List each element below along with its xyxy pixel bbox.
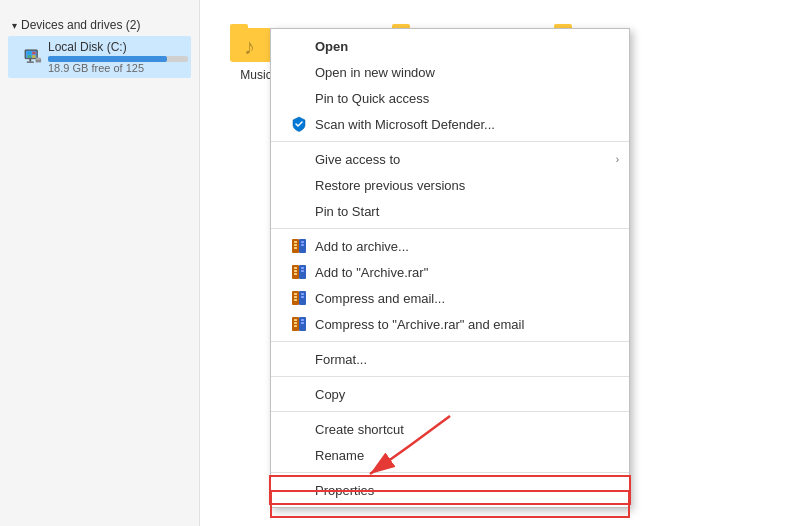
menu-item-open[interactable]: Open [271,33,629,59]
svg-rect-25 [301,241,304,243]
menu-separator [271,228,629,229]
svg-rect-40 [301,296,304,298]
menu-separator [271,341,629,342]
svg-rect-29 [294,267,297,269]
menu-item-format[interactable]: Format... [271,346,629,372]
svg-rect-31 [294,273,297,275]
menu-item-copy[interactable]: Copy [271,381,629,407]
devices-section-label: Devices and drives (2) [21,18,140,32]
empty-icon [291,482,307,498]
menu-item-restore-versions[interactable]: Restore previous versions [271,172,629,198]
menu-item-label: Create shortcut [315,422,404,437]
local-disk-label: Local Disk (C:) [48,40,188,54]
empty-icon [291,351,307,367]
svg-point-10 [36,57,41,60]
local-disk-free: 18.9 GB free of 125 [48,62,188,74]
svg-rect-36 [294,293,297,295]
empty-icon [291,447,307,463]
svg-text:♪: ♪ [244,34,255,59]
menu-item-give-access[interactable]: Give access to› [271,146,629,172]
menu-item-compress-archive-email[interactable]: Compress to "Archive.rar" and email [271,311,629,337]
submenu-arrow-icon: › [616,154,619,165]
svg-rect-7 [27,62,34,63]
menu-item-pin-quick-access[interactable]: Pin to Quick access [271,85,629,111]
menu-item-label: Copy [315,387,345,402]
rar-icon [291,290,307,306]
menu-item-label: Compress to "Archive.rar" and email [315,317,524,332]
empty-icon [291,90,307,106]
svg-rect-44 [294,322,297,324]
menu-separator [271,376,629,377]
devices-section-header[interactable]: ▾ Devices and drives (2) [8,14,191,36]
menu-item-label: Add to "Archive.rar" [315,265,428,280]
context-menu: OpenOpen in new windowPin to Quick acces… [270,28,630,508]
menu-item-pin-start[interactable]: Pin to Start [271,198,629,224]
menu-item-label: Properties [315,483,374,498]
folder-music-label: Music [240,68,271,82]
empty-icon [291,64,307,80]
menu-item-create-shortcut[interactable]: Create shortcut [271,416,629,442]
rar-icon [291,238,307,254]
menu-item-label: Restore previous versions [315,178,465,193]
svg-rect-30 [294,270,297,272]
svg-rect-24 [294,247,297,249]
svg-rect-23 [294,244,297,246]
svg-rect-46 [301,319,304,321]
menu-item-label: Pin to Quick access [315,91,429,106]
svg-rect-43 [294,319,297,321]
menu-item-label: Give access to [315,152,400,167]
menu-item-scan-defender[interactable]: Scan with Microsoft Defender... [271,111,629,137]
svg-rect-45 [294,325,297,327]
svg-rect-6 [29,59,31,62]
svg-rect-32 [301,267,304,269]
defender-icon [291,116,307,132]
menu-item-label: Open in new window [315,65,435,80]
menu-item-add-archive[interactable]: Add to archive... [271,233,629,259]
menu-separator [271,472,629,473]
empty-icon [291,177,307,193]
empty-icon [291,151,307,167]
menu-item-label: Scan with Microsoft Defender... [315,117,495,132]
svg-rect-39 [301,293,304,295]
empty-icon [291,38,307,54]
rar-icon [291,264,307,280]
section-chevron: ▾ [12,20,17,31]
svg-rect-26 [301,244,304,246]
menu-item-rename[interactable]: Rename [271,442,629,468]
menu-separator [271,141,629,142]
empty-icon [291,386,307,402]
menu-separator [271,411,629,412]
menu-item-label: Format... [315,352,367,367]
svg-rect-12 [230,24,248,34]
svg-rect-38 [294,299,297,301]
empty-icon [291,203,307,219]
svg-rect-37 [294,296,297,298]
sidebar: ▾ Devices and drives (2) [0,0,200,526]
menu-item-label: Rename [315,448,364,463]
svg-rect-3 [32,52,36,55]
rar-icon [291,316,307,332]
menu-item-compress-email[interactable]: Compress and email... [271,285,629,311]
svg-rect-5 [32,55,36,58]
menu-item-open-new-window[interactable]: Open in new window [271,59,629,85]
menu-item-label: Add to archive... [315,239,409,254]
local-disk-item[interactable]: Local Disk (C:) 18.9 GB free of 125 [8,36,191,78]
menu-item-add-archive-rar[interactable]: Add to "Archive.rar" [271,259,629,285]
svg-rect-4 [28,55,32,58]
menu-item-label: Compress and email... [315,291,445,306]
svg-rect-47 [301,322,304,324]
drive-icon [24,50,42,64]
menu-item-properties[interactable]: Properties [271,477,629,503]
devices-section: ▾ Devices and drives (2) [0,10,199,82]
svg-rect-22 [294,241,297,243]
menu-item-label: Pin to Start [315,204,379,219]
svg-rect-33 [301,270,304,272]
svg-rect-2 [28,52,32,55]
empty-icon [291,421,307,437]
menu-item-label: Open [315,39,348,54]
